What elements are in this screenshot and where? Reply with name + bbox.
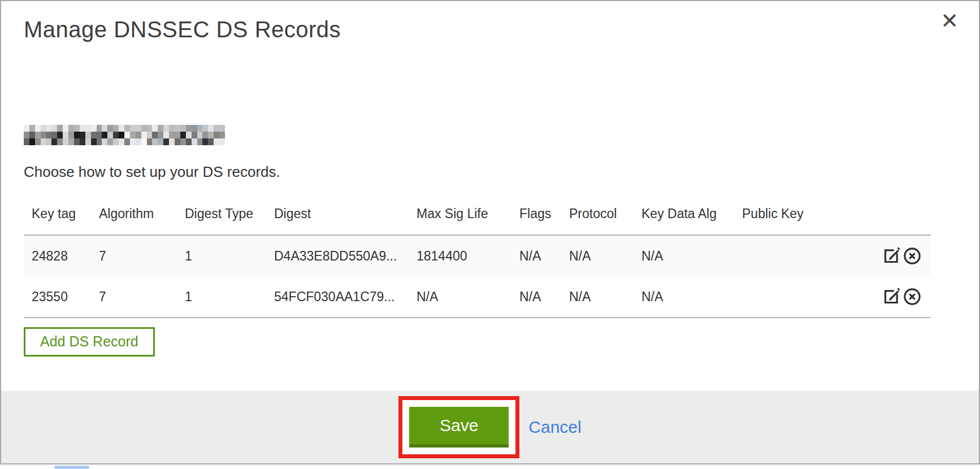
cell-public-key bbox=[742, 235, 841, 276]
manage-dnssec-dialog: Manage DNSSEC DS Records ✕ Choose how to… bbox=[0, 0, 980, 464]
col-header-key-data-alg: Key Data Alg bbox=[641, 193, 742, 235]
cell-max-sig-life: N/A bbox=[417, 276, 519, 318]
add-ds-record-button[interactable]: Add DS Record bbox=[24, 327, 155, 357]
col-header-flags: Flags bbox=[519, 193, 569, 235]
cell-protocol: N/A bbox=[569, 235, 641, 276]
save-button[interactable]: Save bbox=[409, 407, 509, 448]
col-header-actions bbox=[841, 193, 931, 235]
col-header-digest-type: Digest Type bbox=[185, 193, 274, 235]
ds-records-table: Key tag Algorithm Digest Type Digest Max… bbox=[24, 193, 931, 318]
col-header-key-tag: Key tag bbox=[24, 193, 99, 235]
background-page-fragment bbox=[54, 466, 89, 469]
table-row: 23550 7 1 54FCF030AA1C79... N/A N/A N/A … bbox=[24, 276, 931, 318]
cell-protocol: N/A bbox=[569, 276, 641, 318]
col-header-protocol: Protocol bbox=[569, 193, 641, 235]
col-header-algorithm: Algorithm bbox=[99, 193, 185, 235]
cell-algorithm: 7 bbox=[99, 235, 185, 276]
edit-record-icon[interactable] bbox=[881, 286, 901, 307]
cell-flags: N/A bbox=[519, 235, 569, 276]
cell-key-data-alg: N/A bbox=[641, 235, 742, 276]
col-header-public-key: Public Key bbox=[742, 193, 841, 235]
setup-instruction-text: Choose how to set up your DS records. bbox=[24, 163, 979, 181]
edit-record-icon[interactable] bbox=[881, 246, 901, 266]
cell-digest: 54FCF030AA1C79... bbox=[274, 276, 417, 318]
col-header-digest: Digest bbox=[274, 193, 417, 235]
cell-algorithm: 7 bbox=[99, 276, 185, 318]
row-actions bbox=[841, 235, 931, 276]
close-icon[interactable]: ✕ bbox=[940, 10, 959, 32]
cell-digest-type: 1 bbox=[185, 276, 274, 318]
cell-flags: N/A bbox=[519, 276, 569, 318]
cell-key-tag: 23550 bbox=[24, 276, 99, 318]
dialog-title: Manage DNSSEC DS Records bbox=[24, 17, 979, 42]
cell-digest: D4A33E8DD550A9... bbox=[274, 235, 417, 276]
cell-key-tag: 24828 bbox=[24, 235, 99, 276]
row-actions bbox=[841, 276, 931, 318]
cell-digest-type: 1 bbox=[185, 235, 274, 276]
cell-public-key bbox=[742, 276, 841, 318]
redacted-domain-name bbox=[24, 125, 225, 145]
table-header-row: Key tag Algorithm Digest Type Digest Max… bbox=[24, 193, 931, 235]
delete-record-icon[interactable] bbox=[903, 287, 922, 306]
red-annotation-rectangle: Save bbox=[398, 396, 519, 458]
table-row: 24828 7 1 D4A33E8DD550A9... 1814400 N/A … bbox=[24, 235, 931, 276]
cell-key-data-alg: N/A bbox=[641, 276, 742, 318]
cancel-link[interactable]: Cancel bbox=[528, 418, 581, 437]
col-header-max-sig-life: Max Sig Life bbox=[417, 193, 519, 235]
cell-max-sig-life: 1814400 bbox=[417, 235, 519, 276]
dialog-footer: Save Cancel bbox=[1, 391, 979, 463]
delete-record-icon[interactable] bbox=[903, 246, 922, 266]
